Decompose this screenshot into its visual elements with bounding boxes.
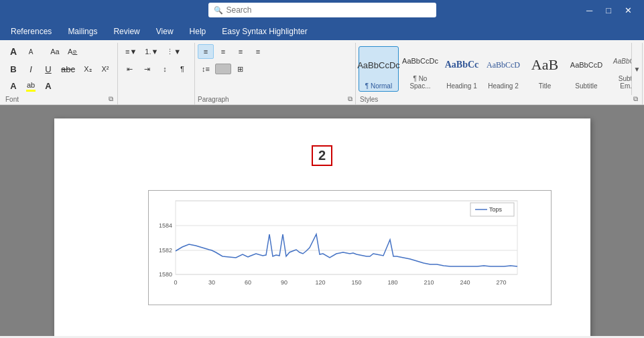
tab-mailings[interactable]: Mailings: [60, 23, 105, 40]
highlight-btn[interactable]: ab: [23, 79, 39, 94]
styles-label: Styles: [360, 96, 378, 103]
svg-text:1582: 1582: [158, 247, 172, 254]
tab-references[interactable]: References: [3, 23, 60, 40]
italic-btn[interactable]: I: [23, 62, 39, 76]
document-page[interactable]: 2 1584 1582 1580 0: [54, 118, 590, 336]
style-item-heading_1[interactable]: AaBbCcHeading 1: [442, 46, 482, 92]
clear-format-btn[interactable]: A⊘: [64, 44, 80, 59]
ribbon: A A Aa A⊘ B I U abc X₂ X² A: [0, 40, 644, 105]
chart-container: 1584 1582 1580 0 30 60 90 120 150 180 21…: [148, 177, 550, 307]
svg-text:1580: 1580: [158, 271, 172, 278]
font-group-expand[interactable]: ⧉: [109, 95, 113, 103]
ribbon-tabs: References Mailings Review View Help Eas…: [0, 20, 644, 40]
indent-increase-btn[interactable]: ⇥: [139, 62, 155, 76]
tab-view[interactable]: View: [148, 23, 182, 40]
page-number-container: 2: [94, 145, 550, 177]
tab-review[interactable]: Review: [105, 23, 147, 40]
shading-btn[interactable]: [215, 64, 231, 74]
tab-easy-syntax[interactable]: Easy Syntax Highlighter: [214, 23, 315, 40]
alignment-sub-group: ≡ ≡ ≡ ≡ ↕≡ ⊞: [198, 44, 266, 78]
search-bar[interactable]: 🔍: [208, 3, 436, 17]
style-item-subtitle[interactable]: AaBbCcDSubtitle: [566, 46, 606, 92]
styles-expand[interactable]: ⧉: [633, 95, 638, 103]
svg-text:180: 180: [387, 279, 397, 286]
paragraph-group: ≡ ≡ ≡ ≡ ↕≡ ⊞ Paragraph ⧉: [195, 43, 356, 104]
close-btn[interactable]: ✕: [619, 4, 637, 17]
strikethrough-btn[interactable]: abc: [58, 62, 78, 76]
page-number-box: 2: [312, 145, 332, 166]
borders-btn[interactable]: ⊞: [233, 62, 249, 76]
svg-text:0: 0: [174, 279, 177, 286]
font-case-btn[interactable]: Aa: [47, 44, 63, 59]
svg-rect-0: [176, 201, 517, 274]
font-group-label-row: Font ⧉: [5, 95, 113, 103]
style-item-subtle_em___[interactable]: AaBbCcDSubtle Em...: [608, 46, 631, 92]
paragraph-label: Paragraph: [198, 96, 229, 103]
align-left-btn[interactable]: ≡: [198, 44, 214, 59]
font-shrink-btn[interactable]: A: [23, 44, 39, 59]
svg-text:60: 60: [244, 279, 251, 286]
style-item-__no_spac___[interactable]: AaBbCcDc¶ No Spac...: [400, 46, 440, 92]
svg-text:30: 30: [208, 279, 214, 286]
svg-text:150: 150: [351, 279, 361, 286]
chart-outer: 1584 1582 1580 0 30 60 90 120 150 180 21…: [148, 190, 552, 305]
subscript-btn[interactable]: X₂: [80, 62, 96, 76]
style-item-heading_2[interactable]: AaBbCcDHeading 2: [483, 46, 523, 92]
svg-text:Tops: Tops: [489, 206, 503, 213]
font-grow-btn[interactable]: A: [5, 44, 21, 59]
search-icon: 🔍: [214, 6, 223, 15]
style-item-__normal[interactable]: AaBbCcDc¶ Normal: [359, 46, 399, 92]
font-color-btn[interactable]: A: [5, 79, 21, 94]
font-group-label: Font: [5, 96, 19, 103]
svg-text:270: 270: [496, 279, 506, 286]
svg-text:240: 240: [460, 279, 470, 286]
line-chart: 1584 1582 1580 0 30 60 90 120 150 180 21…: [155, 197, 544, 298]
underline-btn[interactable]: U: [40, 62, 56, 76]
font-group: A A Aa A⊘ B I U abc X₂ X² A: [1, 43, 118, 104]
font-color2-btn[interactable]: A: [40, 79, 56, 94]
align-center-btn[interactable]: ≡: [215, 44, 231, 59]
styles-label-row: Styles ⧉: [356, 95, 642, 104]
paragraph-label-row: Paragraph ⧉: [198, 95, 352, 103]
title-bar: Document1 - Word 🔍 ─ □ ✕: [0, 0, 644, 20]
line-spacing-btn[interactable]: ↕≡: [198, 62, 214, 76]
minimize-btn[interactable]: ─: [581, 4, 598, 17]
sort-btn[interactable]: ↕: [157, 62, 173, 76]
styles-list: AaBbCcDc¶ NormalAaBbCcDc¶ No Spac...AaBb…: [356, 43, 631, 95]
justify-btn[interactable]: ≡: [250, 44, 266, 59]
paragraph-expand[interactable]: ⧉: [348, 95, 352, 103]
superscript-btn[interactable]: X²: [97, 62, 113, 76]
style-item-title[interactable]: AaBTitle: [525, 46, 565, 92]
numbered-list-btn[interactable]: 1.▼: [141, 44, 162, 59]
indent-decrease-btn[interactable]: ⇤: [122, 62, 138, 76]
bullet-list-btn[interactable]: ≡▼: [122, 44, 140, 59]
align-right-btn[interactable]: ≡: [233, 44, 249, 59]
svg-text:120: 120: [315, 279, 325, 286]
styles-scroll-btn[interactable]: ▼: [631, 43, 642, 95]
show-formatting-btn[interactable]: ¶: [174, 62, 190, 76]
styles-content: AaBbCcDc¶ NormalAaBbCcDc¶ No Spac...AaBb…: [356, 43, 642, 95]
bold-btn[interactable]: B: [5, 62, 21, 76]
document-area: 2 1584 1582 1580 0: [0, 105, 644, 336]
svg-text:1584: 1584: [158, 222, 172, 229]
tab-help[interactable]: Help: [182, 23, 214, 40]
svg-text:90: 90: [280, 279, 287, 286]
font-size-row: A A Aa A⊘: [5, 44, 80, 59]
maximize-btn[interactable]: □: [600, 4, 617, 17]
lists-group: ≡▼ 1.▼ ⋮▼ ⇤ ⇥ ↕ ¶: [118, 43, 195, 104]
search-input[interactable]: [227, 5, 431, 15]
font-style-row: B I U abc X₂ X²: [5, 62, 113, 76]
multilevel-list-btn[interactable]: ⋮▼: [163, 44, 184, 59]
font-color-row: A ab A: [5, 79, 56, 94]
styles-section: AaBbCcDc¶ NormalAaBbCcDc¶ No Spac...AaBb…: [356, 43, 643, 104]
svg-text:210: 210: [424, 279, 434, 286]
